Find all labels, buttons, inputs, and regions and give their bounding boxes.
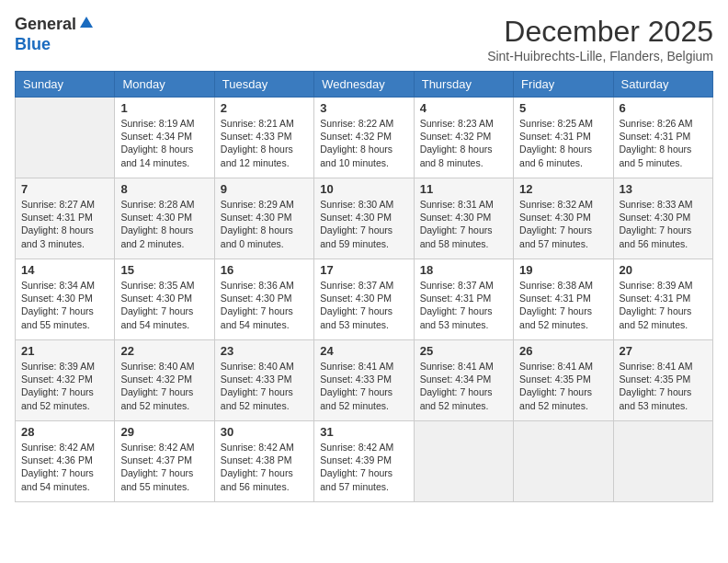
cell-info-text: Sunrise: 8:42 AMSunset: 4:36 PMDaylight:… bbox=[21, 441, 108, 493]
calendar-cell: 30Sunrise: 8:42 AMSunset: 4:38 PMDayligh… bbox=[214, 421, 313, 502]
cell-info-text: Sunrise: 8:21 AMSunset: 4:33 PMDaylight:… bbox=[221, 117, 308, 169]
calendar-cell: 13Sunrise: 8:33 AMSunset: 4:30 PMDayligh… bbox=[613, 178, 712, 259]
cell-info-text: Sunrise: 8:37 AMSunset: 4:30 PMDaylight:… bbox=[320, 279, 407, 331]
cell-info-text: Sunrise: 8:25 AMSunset: 4:31 PMDaylight:… bbox=[519, 117, 607, 169]
location-subtitle: Sint-Huibrechts-Lille, Flanders, Belgium bbox=[487, 49, 713, 63]
cell-info-text: Sunrise: 8:36 AMSunset: 4:30 PMDaylight:… bbox=[221, 279, 308, 331]
cell-date-number: 20 bbox=[620, 263, 707, 277]
cell-info-text: Sunrise: 8:35 AMSunset: 4:30 PMDaylight:… bbox=[120, 279, 208, 331]
calendar-cell bbox=[514, 421, 613, 502]
cell-date-number: 1 bbox=[120, 101, 208, 115]
calendar-cell: 21Sunrise: 8:39 AMSunset: 4:32 PMDayligh… bbox=[16, 340, 115, 421]
cell-info-text: Sunrise: 8:30 AMSunset: 4:30 PMDaylight:… bbox=[320, 198, 407, 250]
weekday-header-thursday: Thursday bbox=[414, 72, 513, 98]
cell-date-number: 21 bbox=[21, 344, 108, 358]
calendar-cell: 10Sunrise: 8:30 AMSunset: 4:30 PMDayligh… bbox=[314, 178, 414, 259]
calendar-cell: 2Sunrise: 8:21 AMSunset: 4:33 PMDaylight… bbox=[214, 98, 313, 178]
cell-date-number: 3 bbox=[320, 101, 407, 115]
calendar-cell: 22Sunrise: 8:40 AMSunset: 4:32 PMDayligh… bbox=[115, 340, 214, 421]
cell-info-text: Sunrise: 8:42 AMSunset: 4:38 PMDaylight:… bbox=[221, 441, 308, 493]
calendar-cell: 24Sunrise: 8:41 AMSunset: 4:33 PMDayligh… bbox=[314, 340, 414, 421]
calendar-cell bbox=[613, 421, 712, 502]
calendar-cell: 28Sunrise: 8:42 AMSunset: 4:36 PMDayligh… bbox=[16, 421, 115, 502]
cell-date-number: 11 bbox=[420, 182, 507, 196]
calendar-cell: 5Sunrise: 8:25 AMSunset: 4:31 PMDaylight… bbox=[514, 98, 613, 178]
weekday-header-friday: Friday bbox=[514, 72, 613, 98]
cell-date-number: 13 bbox=[620, 182, 707, 196]
cell-date-number: 28 bbox=[21, 425, 108, 439]
cell-info-text: Sunrise: 8:29 AMSunset: 4:30 PMDaylight:… bbox=[221, 198, 308, 250]
cell-date-number: 24 bbox=[320, 344, 407, 358]
cell-date-number: 29 bbox=[120, 425, 208, 439]
calendar-cell: 26Sunrise: 8:41 AMSunset: 4:35 PMDayligh… bbox=[514, 340, 613, 421]
cell-info-text: Sunrise: 8:41 AMSunset: 4:34 PMDaylight:… bbox=[420, 360, 507, 412]
cell-date-number: 6 bbox=[620, 101, 707, 115]
cell-date-number: 15 bbox=[120, 263, 208, 277]
month-title: December 2025 bbox=[487, 15, 713, 49]
cell-info-text: Sunrise: 8:19 AMSunset: 4:34 PMDaylight:… bbox=[120, 117, 208, 169]
calendar-cell: 14Sunrise: 8:34 AMSunset: 4:30 PMDayligh… bbox=[16, 259, 115, 340]
calendar-cell: 7Sunrise: 8:27 AMSunset: 4:31 PMDaylight… bbox=[16, 178, 115, 259]
cell-info-text: Sunrise: 8:41 AMSunset: 4:33 PMDaylight:… bbox=[320, 360, 407, 412]
page-header: General Blue December 2025 Sint-Huibrech… bbox=[15, 15, 713, 63]
cell-date-number: 7 bbox=[21, 182, 108, 196]
cell-info-text: Sunrise: 8:40 AMSunset: 4:32 PMDaylight:… bbox=[120, 360, 208, 412]
cell-date-number: 23 bbox=[221, 344, 308, 358]
cell-date-number: 25 bbox=[420, 344, 507, 358]
logo-blue-text: Blue bbox=[15, 36, 95, 54]
cell-date-number: 8 bbox=[120, 182, 208, 196]
calendar-cell: 25Sunrise: 8:41 AMSunset: 4:34 PMDayligh… bbox=[414, 340, 513, 421]
weekday-header-sunday: Sunday bbox=[16, 72, 115, 98]
calendar-cell: 12Sunrise: 8:32 AMSunset: 4:30 PMDayligh… bbox=[514, 178, 613, 259]
weekday-header-tuesday: Tuesday bbox=[214, 72, 313, 98]
calendar-cell: 17Sunrise: 8:37 AMSunset: 4:30 PMDayligh… bbox=[314, 259, 414, 340]
cell-date-number: 26 bbox=[519, 344, 607, 358]
calendar-cell: 27Sunrise: 8:41 AMSunset: 4:35 PMDayligh… bbox=[613, 340, 712, 421]
cell-info-text: Sunrise: 8:31 AMSunset: 4:30 PMDaylight:… bbox=[420, 198, 507, 250]
cell-info-text: Sunrise: 8:42 AMSunset: 4:39 PMDaylight:… bbox=[320, 441, 407, 493]
cell-info-text: Sunrise: 8:40 AMSunset: 4:33 PMDaylight:… bbox=[221, 360, 308, 412]
calendar-cell bbox=[16, 98, 115, 178]
weekday-header-monday: Monday bbox=[115, 72, 214, 98]
cell-info-text: Sunrise: 8:22 AMSunset: 4:32 PMDaylight:… bbox=[320, 117, 407, 169]
cell-date-number: 17 bbox=[320, 263, 407, 277]
calendar-cell: 18Sunrise: 8:37 AMSunset: 4:31 PMDayligh… bbox=[414, 259, 513, 340]
calendar-cell: 1Sunrise: 8:19 AMSunset: 4:34 PMDaylight… bbox=[115, 98, 214, 178]
cell-date-number: 5 bbox=[519, 101, 607, 115]
cell-info-text: Sunrise: 8:28 AMSunset: 4:30 PMDaylight:… bbox=[120, 198, 208, 250]
cell-info-text: Sunrise: 8:34 AMSunset: 4:30 PMDaylight:… bbox=[21, 279, 108, 331]
cell-date-number: 10 bbox=[320, 182, 407, 196]
calendar-cell: 9Sunrise: 8:29 AMSunset: 4:30 PMDaylight… bbox=[214, 178, 313, 259]
cell-date-number: 18 bbox=[420, 263, 507, 277]
cell-date-number: 9 bbox=[221, 182, 308, 196]
weekday-header-wednesday: Wednesday bbox=[314, 72, 414, 98]
cell-date-number: 4 bbox=[420, 101, 507, 115]
cell-info-text: Sunrise: 8:33 AMSunset: 4:30 PMDaylight:… bbox=[620, 198, 707, 250]
cell-date-number: 30 bbox=[221, 425, 308, 439]
calendar-cell: 29Sunrise: 8:42 AMSunset: 4:37 PMDayligh… bbox=[115, 421, 214, 502]
calendar-cell: 20Sunrise: 8:39 AMSunset: 4:31 PMDayligh… bbox=[613, 259, 712, 340]
calendar-header: SundayMondayTuesdayWednesdayThursdayFrid… bbox=[16, 72, 713, 98]
calendar-cell: 31Sunrise: 8:42 AMSunset: 4:39 PMDayligh… bbox=[314, 421, 414, 502]
cell-info-text: Sunrise: 8:26 AMSunset: 4:31 PMDaylight:… bbox=[620, 117, 707, 169]
cell-date-number: 31 bbox=[320, 425, 407, 439]
cell-date-number: 19 bbox=[519, 263, 607, 277]
cell-info-text: Sunrise: 8:41 AMSunset: 4:35 PMDaylight:… bbox=[519, 360, 607, 412]
weekday-header-saturday: Saturday bbox=[613, 72, 712, 98]
logo-general-text: General bbox=[15, 15, 76, 33]
title-block: December 2025 Sint-Huibrechts-Lille, Fla… bbox=[487, 15, 713, 63]
calendar-cell: 3Sunrise: 8:22 AMSunset: 4:32 PMDaylight… bbox=[314, 98, 414, 178]
cell-info-text: Sunrise: 8:42 AMSunset: 4:37 PMDaylight:… bbox=[120, 441, 208, 493]
cell-info-text: Sunrise: 8:23 AMSunset: 4:32 PMDaylight:… bbox=[420, 117, 507, 169]
cell-info-text: Sunrise: 8:39 AMSunset: 4:31 PMDaylight:… bbox=[620, 279, 707, 331]
calendar-cell: 6Sunrise: 8:26 AMSunset: 4:31 PMDaylight… bbox=[613, 98, 712, 178]
calendar-cell: 8Sunrise: 8:28 AMSunset: 4:30 PMDaylight… bbox=[115, 178, 214, 259]
cell-date-number: 12 bbox=[519, 182, 607, 196]
calendar-cell: 23Sunrise: 8:40 AMSunset: 4:33 PMDayligh… bbox=[214, 340, 313, 421]
cell-info-text: Sunrise: 8:32 AMSunset: 4:30 PMDaylight:… bbox=[519, 198, 607, 250]
cell-info-text: Sunrise: 8:27 AMSunset: 4:31 PMDaylight:… bbox=[21, 198, 108, 250]
calendar-cell: 15Sunrise: 8:35 AMSunset: 4:30 PMDayligh… bbox=[115, 259, 214, 340]
calendar-cell: 19Sunrise: 8:38 AMSunset: 4:31 PMDayligh… bbox=[514, 259, 613, 340]
cell-date-number: 16 bbox=[221, 263, 308, 277]
calendar-table: SundayMondayTuesdayWednesdayThursdayFrid… bbox=[15, 71, 713, 502]
